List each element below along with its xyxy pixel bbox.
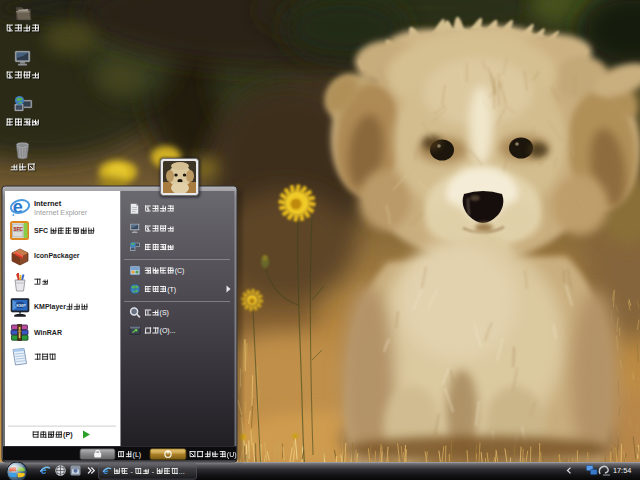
svg-text:KMP: KMP (16, 303, 26, 308)
svg-text:Internet: Internet (34, 199, 62, 208)
svg-text:Internet Explorer: Internet Explorer (34, 208, 88, 217)
svg-text:(L): (L) (133, 451, 142, 459)
svg-text:17:54: 17:54 (613, 466, 631, 475)
svg-text:(C): (C) (175, 267, 185, 275)
svg-text:KMPlayer: KMPlayer (34, 303, 66, 311)
svg-text:(U): (U) (227, 451, 237, 459)
svg-text:IconPackager: IconPackager (34, 252, 80, 260)
svg-text:WinRAR: WinRAR (34, 329, 62, 336)
svg-text:(S): (S) (160, 309, 169, 317)
svg-text:SFC: SFC (14, 227, 24, 232)
svg-text:SFC: SFC (34, 227, 50, 234)
svg-text:(P): (P) (63, 430, 73, 439)
svg-text:-: - (129, 468, 135, 475)
svg-text:(T): (T) (167, 286, 176, 294)
svg-text:-: - (150, 468, 156, 475)
svg-text:(O)...: (O)... (160, 327, 176, 335)
svg-text:...: ... (179, 468, 185, 475)
